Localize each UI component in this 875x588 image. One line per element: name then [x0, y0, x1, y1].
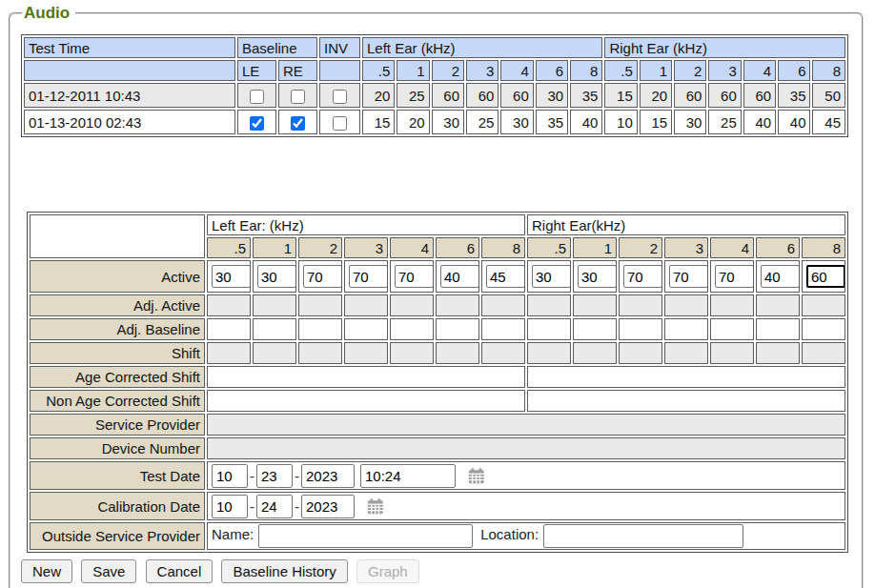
re-baseline-checkbox[interactable] — [291, 116, 305, 131]
active-threshold-input[interactable] — [486, 265, 525, 288]
adj-active-row: Adj. Active — [30, 294, 845, 316]
active-threshold-input[interactable] — [623, 265, 662, 288]
active-threshold-input[interactable] — [715, 265, 754, 288]
calibration-date-day-input[interactable] — [256, 495, 293, 518]
shift-row: Shift — [30, 342, 845, 364]
active-threshold-input[interactable] — [212, 265, 251, 288]
inv-checkbox[interactable] — [333, 90, 347, 104]
freq-header: 8 — [481, 237, 525, 258]
le-baseline-checkbox[interactable] — [250, 116, 264, 131]
re-baseline-checkbox[interactable] — [291, 90, 305, 104]
test-date-year-input[interactable] — [301, 464, 355, 488]
le-baseline-checkbox[interactable] — [250, 90, 264, 104]
location-label: Location: — [480, 526, 539, 542]
freq-header: 3 — [664, 237, 708, 258]
shift-cell — [756, 342, 800, 364]
right-ear-header: Right Ear(kHz) — [527, 214, 845, 235]
shift-cell — [298, 342, 342, 364]
adj-baseline-cell — [710, 318, 754, 340]
calibration-date-month-input[interactable] — [212, 495, 248, 518]
active-threshold-input[interactable] — [532, 265, 571, 288]
empty-header-cell — [24, 60, 235, 81]
outside-provider-name-input[interactable] — [258, 524, 473, 548]
calibration-date-year-input[interactable] — [301, 495, 355, 518]
audiogram-entry-table: Left Ear: (kHz) Right Ear(kHz) .5 1 2 3 … — [27, 212, 848, 553]
threshold-cell: 45 — [812, 110, 845, 134]
active-threshold-input[interactable] — [349, 265, 388, 288]
active-threshold-input[interactable] — [395, 265, 434, 288]
active-threshold-input[interactable] — [257, 265, 296, 288]
active-threshold-input[interactable] — [578, 265, 617, 288]
adj-baseline-cell — [756, 318, 800, 340]
non-age-corrected-shift-left-cell — [207, 390, 525, 412]
threshold-cell: 20 — [397, 110, 429, 134]
active-cell — [436, 260, 479, 293]
freq-header: 3 — [708, 60, 741, 81]
save-button[interactable]: Save — [81, 559, 136, 583]
threshold-cell: 15 — [604, 83, 637, 108]
history-table: Test Time Baseline INV Left Ear (kHz) Ri… — [21, 34, 848, 137]
active-cell — [756, 260, 800, 293]
shift-cell — [527, 342, 571, 364]
calibration-date-calendar-icon[interactable] — [367, 498, 384, 515]
shift-cell — [436, 342, 479, 364]
test-time-cell: 01-12-2011 10:43 — [24, 83, 235, 108]
freq-header: 2 — [674, 60, 706, 81]
threshold-cell: 60 — [708, 83, 741, 108]
re-baseline-checkbox-cell — [278, 83, 317, 108]
row-label-age-corrected-shift: Age Corrected Shift — [30, 366, 205, 388]
adj-baseline-cell — [664, 318, 708, 340]
test-date-day-input[interactable] — [256, 464, 293, 488]
adj-active-cell — [619, 294, 662, 316]
adj-baseline-cell — [481, 318, 525, 340]
active-cell — [344, 260, 388, 293]
threshold-cell: 60 — [674, 83, 706, 108]
age-corrected-shift-row: Age Corrected Shift — [30, 366, 845, 388]
col-left-ear: Left Ear (kHz) — [362, 37, 602, 58]
threshold-cell: 15 — [640, 110, 672, 134]
adj-active-cell — [298, 294, 342, 316]
row-label-adj-active: Adj. Active — [30, 294, 205, 316]
shift-cell — [619, 342, 662, 364]
active-cell — [710, 260, 754, 293]
adj-active-cell — [481, 294, 525, 316]
test-time-input[interactable] — [360, 464, 456, 488]
shift-cell — [802, 342, 845, 364]
row-label-test-date: Test Date — [30, 461, 205, 490]
new-button[interactable]: New — [21, 559, 72, 583]
row-label-active: Active — [30, 260, 205, 293]
test-date-calendar-icon[interactable] — [468, 468, 485, 484]
outside-service-provider-cell: Name:Location: — [207, 522, 845, 550]
adj-baseline-cell — [207, 318, 251, 340]
cancel-button[interactable]: Cancel — [146, 559, 214, 583]
row-label-device-number: Device Number — [30, 437, 205, 459]
adj-active-cell — [573, 294, 617, 316]
test-date-month-input[interactable] — [212, 464, 248, 488]
le-baseline-checkbox-cell — [237, 110, 276, 134]
freq-header: .5 — [527, 237, 571, 258]
row-label-shift: Shift — [30, 342, 205, 364]
adj-active-cell — [436, 294, 479, 316]
adj-active-cell — [802, 294, 845, 316]
baseline-history-button[interactable]: Baseline History — [221, 559, 347, 583]
active-threshold-input[interactable] — [761, 265, 800, 288]
active-threshold-input[interactable] — [440, 265, 479, 288]
inv-checkbox[interactable] — [333, 116, 347, 131]
active-threshold-input[interactable] — [669, 265, 708, 288]
empty-corner-cell — [30, 214, 205, 258]
threshold-cell: 50 — [812, 83, 845, 108]
freq-header: 4 — [743, 60, 776, 81]
outside-provider-location-input[interactable] — [543, 524, 743, 548]
age-corrected-shift-left-cell — [207, 366, 525, 388]
freq-header: .5 — [207, 237, 251, 258]
active-threshold-input[interactable] — [303, 265, 342, 288]
empty-header-cell — [319, 60, 360, 81]
threshold-cell: 35 — [536, 110, 568, 134]
date-separator: - — [295, 498, 299, 515]
service-provider-cell — [207, 414, 845, 436]
col-right-ear: Right Ear (kHz) — [604, 37, 845, 58]
threshold-cell: 40 — [743, 110, 776, 134]
device-number-row: Device Number — [30, 437, 845, 459]
active-cell — [802, 260, 845, 293]
active-threshold-input-focused[interactable] — [806, 265, 845, 288]
